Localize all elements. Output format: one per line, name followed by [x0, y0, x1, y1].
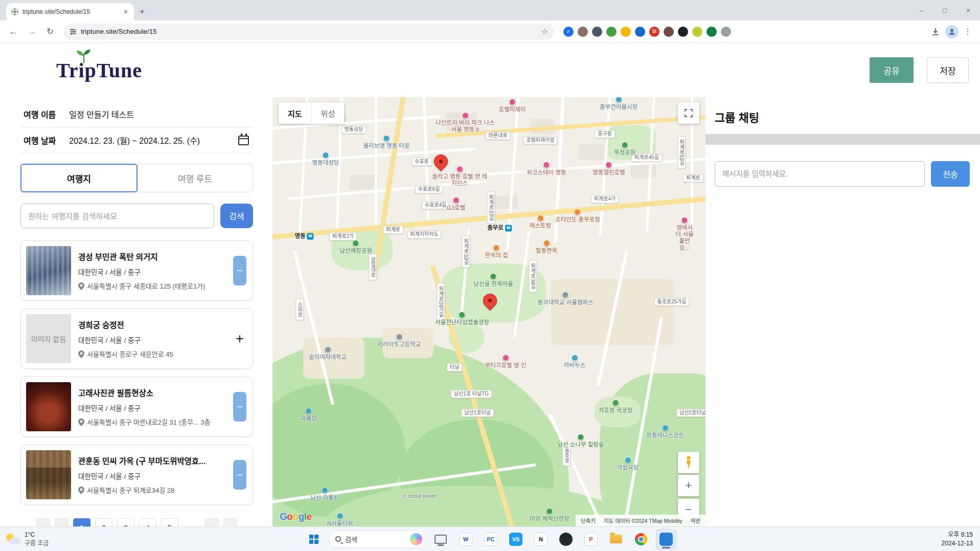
extension-icon[interactable]: [592, 27, 602, 37]
map-poi-label[interactable]: 서울천년타임캡슐광장: [435, 312, 489, 326]
bookmark-star-icon[interactable]: ☆: [541, 27, 548, 36]
back-icon[interactable]: ←: [5, 24, 21, 40]
new-tab-button[interactable]: +: [134, 3, 150, 20]
tab-places[interactable]: 여행지: [20, 164, 138, 192]
active-app-icon[interactable]: [656, 529, 676, 549]
satellite-view-button[interactable]: 위성: [312, 102, 345, 124]
site-settings-icon[interactable]: [70, 28, 77, 35]
map-poi-label[interactable]: 중부건어물시장: [600, 97, 637, 111]
address-bar[interactable]: triptune.site/Schedule/15 ☆: [63, 24, 554, 40]
triptune-logo[interactable]: TripTune: [56, 58, 142, 82]
remove-place-button[interactable]: −: [233, 256, 246, 285]
pegman-button[interactable]: [678, 452, 699, 473]
map-poi-label[interactable]: 호텔피제이: [499, 99, 526, 113]
map-poi-label[interactable]: 장충테니스코트: [646, 425, 684, 439]
remove-place-button[interactable]: −: [233, 392, 246, 422]
map-poi-label[interactable]: 죠티인도 충무로점: [555, 209, 600, 223]
office-app-icon[interactable]: P: [581, 529, 601, 549]
place-search-input[interactable]: [20, 204, 214, 228]
weather-widget[interactable]: 1°C 구름 조금: [5, 531, 49, 547]
extension-icon[interactable]: [578, 27, 588, 37]
map-poi-label[interactable]: 나인트리 바이 파크 나스 서울 명동 II: [435, 112, 495, 133]
map-poi-label[interactable]: 명동대성당: [312, 152, 339, 166]
map-poi-label[interactable]: 한국의 집: [485, 245, 508, 259]
taskbar-clock[interactable]: 오후 8:15 2024-12-13: [942, 531, 973, 547]
map-poi-label[interactable]: 부티끄호텔 영 인: [485, 355, 526, 369]
zoom-in-button[interactable]: +: [678, 475, 699, 496]
chrome-icon[interactable]: [631, 529, 651, 549]
extension-icon[interactable]: [635, 27, 645, 37]
extension-icon[interactable]: M: [649, 27, 659, 37]
word-app-icon[interactable]: W: [455, 529, 476, 549]
map-poi-label[interactable]: 리라아트고등학교: [378, 334, 421, 348]
browser-tab[interactable]: triptune.site/Schedule/15 ×: [6, 3, 134, 20]
extension-icon[interactable]: ✓: [563, 27, 574, 37]
extension-icon[interactable]: [706, 27, 717, 37]
map-poi-label[interactable]: 필동면옥: [536, 240, 557, 254]
ide-icon[interactable]: [556, 529, 576, 549]
search-button[interactable]: 검색: [220, 204, 253, 228]
map-poi-label[interactable]: 레스토랑: [530, 215, 551, 229]
map-poi-label[interactable]: 묵정공원: [614, 142, 635, 156]
map-poi-label[interactable]: N서울타워: [327, 513, 353, 526]
map-poi-label[interactable]: 동국대학교 서울캠퍼스: [538, 292, 594, 306]
place-card[interactable]: 고래사진관 필름현상소 대한민국 / 서울 / 중구 서울특별시 중구 마른내로…: [20, 377, 253, 437]
extension-icon[interactable]: [621, 27, 631, 37]
map-poi-label[interactable]: 숭의여자대학교: [309, 346, 347, 361]
minimize-icon[interactable]: –: [909, 0, 933, 20]
map-poi-label[interactable]: 국립극장: [617, 457, 639, 471]
map-canvas[interactable]: 명동성당마른내로호텔피제이앞중구청수표로수표로6길수표로4길퇴계로45길퇴계로4…: [272, 97, 705, 526]
extension-icon[interactable]: [606, 27, 617, 37]
extension-icon[interactable]: [664, 27, 674, 37]
calendar-icon[interactable]: [237, 135, 250, 146]
taskbar-search[interactable]: 검색: [329, 531, 426, 548]
save-button[interactable]: 저장: [927, 57, 969, 83]
pc-app-icon[interactable]: PC: [481, 529, 501, 549]
place-card[interactable]: 이미지 없음 경희궁 숭정전 대한민국 / 서울 / 중구 서울특별시 종로구 …: [20, 308, 253, 369]
map-terms-link[interactable]: 약관: [691, 517, 700, 524]
share-button[interactable]: 공유: [870, 57, 914, 83]
task-view-icon[interactable]: [430, 529, 451, 549]
extension-icon[interactable]: [721, 27, 731, 37]
remove-place-button[interactable]: −: [233, 460, 246, 490]
map-poi-label[interactable]: 명동M: [294, 233, 313, 239]
tab-route[interactable]: 여행 루트: [137, 164, 253, 192]
map-poi-label[interactable]: 앰배서더 서울 풀만 호...: [674, 217, 695, 252]
copilot-icon[interactable]: [410, 533, 422, 545]
map-poi-label[interactable]: 위코스테이 명동: [527, 162, 566, 176]
maximize-icon[interactable]: □: [933, 0, 956, 20]
map-view-button[interactable]: 지도: [279, 102, 312, 124]
map-poi-label[interactable]: 야외 체력단련장: [530, 508, 569, 522]
extension-icon[interactable]: [692, 27, 702, 37]
map-poi-label[interactable]: 라비두스: [564, 355, 585, 369]
map-poi-label[interactable]: 남산예장공원: [339, 240, 372, 254]
map-poi-label[interactable]: 남산 소나무 힐링숲: [557, 434, 604, 448]
map-poi-label[interactable]: 올리브영 명동 타운: [363, 135, 409, 149]
forward-icon[interactable]: →: [24, 24, 40, 40]
map-shortcuts-link[interactable]: 단축키: [581, 517, 596, 524]
map-poi-label[interactable]: 남산골 한옥마을: [473, 273, 513, 288]
tab-close-icon[interactable]: ×: [123, 8, 129, 16]
reload-icon[interactable]: ↻: [42, 24, 58, 40]
map-poi-label[interactable]: 와룡묘: [301, 408, 317, 422]
place-card[interactable]: 경성 부민관 폭탄 의거지 대한민국 / 서울 / 중구 서울특별시 중구 세종…: [20, 240, 253, 301]
map-poi-label[interactable]: G3호텔: [447, 197, 466, 211]
google-logo[interactable]: Google: [280, 511, 311, 522]
extension-icon[interactable]: [678, 27, 688, 37]
send-button[interactable]: 전송: [931, 161, 970, 187]
vscode-icon[interactable]: VS: [506, 529, 526, 549]
place-card[interactable]: 관훈동 민씨 가옥 (구 부마도위박영효... 대한민국 / 서울 / 중구 서…: [20, 445, 253, 505]
folder-icon[interactable]: [606, 529, 626, 549]
map-poi-label[interactable]: 충무로M: [487, 225, 512, 231]
map-poi-label[interactable]: 남산 자물쇠: [310, 487, 339, 501]
browser-menu-icon[interactable]: ⋮: [964, 27, 972, 36]
add-place-button[interactable]: +: [233, 324, 246, 354]
downloads-icon[interactable]: [931, 27, 940, 36]
close-icon[interactable]: ×: [956, 0, 980, 20]
fullscreen-button[interactable]: [678, 102, 699, 124]
chat-message-input[interactable]: [715, 161, 925, 187]
start-button[interactable]: [304, 529, 324, 549]
profile-avatar[interactable]: [945, 25, 959, 38]
notion-icon[interactable]: N: [531, 529, 551, 549]
map-poi-label[interactable]: 명동멀린호텔: [592, 162, 625, 176]
